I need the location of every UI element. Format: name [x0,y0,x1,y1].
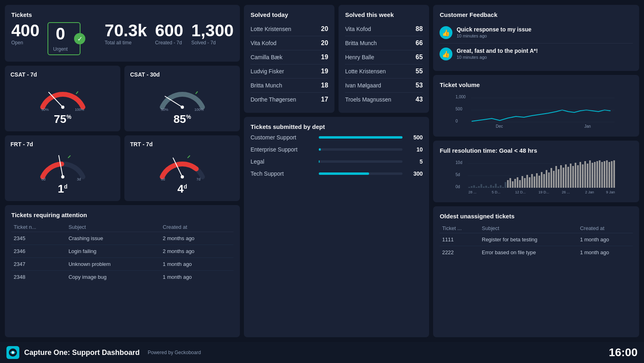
list-item: Customer Support 500 [250,134,423,141]
agent-count: 55 [416,68,423,75]
svg-rect-51 [510,178,511,188]
frt7d-value: 1d [58,183,68,195]
svg-text:19 D...: 19 D... [539,190,549,194]
agent-count: 66 [416,39,423,47]
oldest-table: Ticket ... Subject Created at 1111Regist… [440,224,633,259]
svg-rect-84 [589,160,591,188]
svg-rect-40 [483,187,485,188]
ticket-id: 2347 [11,258,66,271]
svg-rect-90 [604,161,605,188]
dept-name: Tech Support [250,170,315,177]
svg-rect-68 [551,168,552,188]
agent-name: Ivan Mølgaard [345,82,381,89]
trt7d-value: 4d [178,183,187,195]
ticket-subject: Login failing [66,245,160,258]
svg-text:500: 500 [456,107,462,111]
table-row: 2348Copy image bug1 month ago [11,271,233,284]
agent-name: Lotte Kristensen [250,26,291,32]
oldest-col-ticket: Ticket ... [440,224,479,233]
csat7d-card: CSAT - 7d 50% 100% 75% [5,66,120,131]
agent-count: 19 [321,54,328,61]
table-row: 2346Login failing2 months ago [11,245,233,258]
svg-rect-52 [512,181,514,188]
attention-table: Ticket n... Subject Created at 2345Crash… [11,222,233,283]
footer-powered: Powered by Geckoboard [148,350,201,355]
svg-text:1,000: 1,000 [456,95,466,99]
svg-text:5 D...: 5 D... [492,190,501,194]
svg-rect-35 [471,186,473,188]
dept-title: Tickets submitted by dept [250,123,423,130]
table-row: 1111Register for beta testing1 month ago [440,233,633,246]
agent-name: Vita Kofod [250,40,276,46]
list-item: Henry Balle65 [345,50,423,64]
dept-value: 300 [407,170,423,177]
feedback-time: 10 minutes ago [456,55,538,60]
feedback-card: Customer Feedback 👍 Quick response to my… [433,5,639,71]
ticket-created: 1 month ago [160,258,233,271]
svg-rect-61 [534,176,535,188]
csat30d-value: 85% [173,113,191,126]
dept-value: 10 [407,146,423,153]
thumbs-up-icon: 👍 [440,48,452,60]
svg-rect-43 [490,185,492,188]
ticket-subject: Unknown problem [66,258,160,271]
csat7d-value: 75% [54,113,72,126]
feedback-text: Great, fast and to the point A*! [456,48,538,54]
svg-rect-48 [502,187,504,188]
svg-rect-92 [609,162,610,188]
svg-rect-49 [505,182,506,188]
svg-rect-73 [563,168,564,188]
svg-rect-62 [536,173,538,188]
agent-name: Ludvig Fisker [250,68,284,75]
svg-point-16 [181,175,184,178]
ticket-created: 1 month ago [578,246,633,259]
svg-rect-80 [580,162,581,188]
dept-bar [319,160,320,163]
open-value: 400 [11,22,39,39]
dept-value: 5 [407,158,423,165]
oldest-col-created: Created at [578,224,633,233]
svg-rect-75 [568,167,569,188]
dept-card: Tickets submitted by dept Customer Suppo… [244,117,429,337]
svg-point-11 [61,175,64,178]
list-item: Ivan Mølgaard53 [345,79,423,93]
solved-week-list: Vita Kofod88Britta Munch66Henry Balle65L… [345,22,423,106]
created-value: 600 [155,22,183,39]
svg-line-19 [188,156,190,158]
trt7d-gauge: 0d 7d [156,151,208,181]
svg-line-14 [68,156,70,158]
svg-rect-88 [599,160,601,188]
svg-rect-60 [531,174,533,188]
footer-title: Capture One: Support Dashboard [24,348,140,357]
svg-rect-34 [469,187,470,188]
svg-text:2 Jan: 2 Jan [585,190,594,194]
svg-rect-66 [546,170,547,188]
svg-text:9 Jan: 9 Jan [606,190,615,194]
svg-rect-54 [517,177,518,188]
table-row: 2347Unknown problem1 month ago [11,258,233,271]
ticket-created: 1 month ago [578,233,633,246]
frt7d-card: FRT - 7d 0d 3d 1d [5,135,120,201]
agent-name: Henry Balle [345,54,374,60]
total-stat: 70.3k Total all time [105,22,147,46]
svg-rect-46 [497,187,499,188]
agent-name: Vita Kofod [345,26,371,32]
list-item: Enterprise Support 10 [250,146,423,153]
svg-rect-44 [493,186,494,188]
svg-rect-82 [584,161,586,188]
svg-rect-36 [473,185,475,188]
dept-bar [319,148,320,151]
check-icon: ✓ [74,33,85,44]
feedback-list: 👍 Quick response to my issue 10 minutes … [440,22,633,64]
footer-time: 16:00 [609,346,638,359]
ticket-subject: Register for beta testing [479,233,578,246]
svg-rect-70 [555,166,557,188]
svg-rect-58 [526,175,528,188]
svg-text:0: 0 [456,119,458,123]
svg-rect-76 [570,164,572,188]
svg-text:0d: 0d [41,177,45,181]
csat30d-title: CSAT - 30d [130,71,160,78]
solved-label: Solved - 7d [191,40,233,46]
feedback-item: 👍 Great, fast and to the point A*! 10 mi… [440,44,633,64]
svg-text:0d: 0d [456,185,460,189]
